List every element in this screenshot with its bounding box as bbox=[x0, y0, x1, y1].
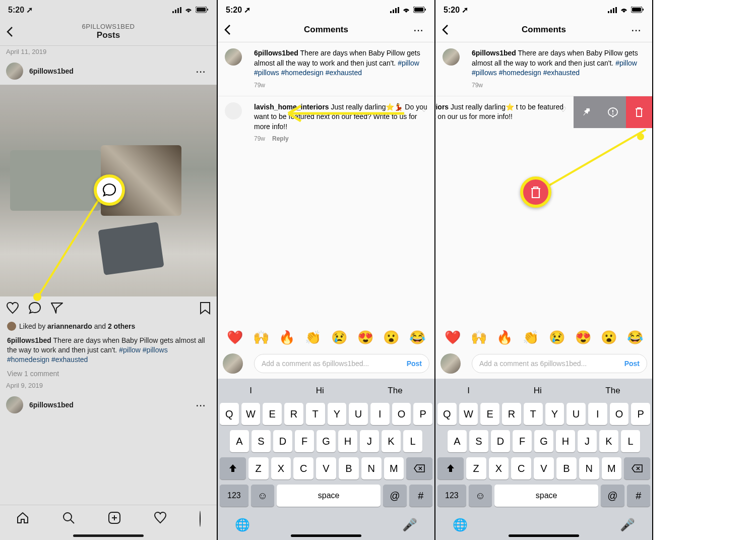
comment-icon[interactable] bbox=[28, 302, 41, 315]
svg-rect-22 bbox=[615, 7, 617, 13]
avatar[interactable] bbox=[225, 48, 242, 66]
globe-icon[interactable]: 🌐 bbox=[235, 518, 250, 532]
header-title: Comments bbox=[239, 25, 413, 35]
svg-rect-14 bbox=[395, 8, 397, 13]
avatar[interactable] bbox=[443, 48, 460, 66]
avatar[interactable] bbox=[6, 396, 23, 413]
keyboard: QWERTYUIOP ASDFGHJKL ZXCVBNM 123 ☺ space… bbox=[435, 401, 652, 540]
svg-rect-3 bbox=[180, 7, 181, 13]
mic-icon[interactable]: 🎤 bbox=[620, 518, 635, 532]
num-key[interactable]: 123 bbox=[220, 485, 248, 507]
at-key[interactable]: @ bbox=[383, 485, 406, 507]
emoji[interactable]: 🔥 bbox=[279, 330, 295, 345]
home-icon[interactable] bbox=[16, 511, 29, 527]
kb-suggestions: IHiThe bbox=[435, 379, 652, 401]
shift-key[interactable] bbox=[220, 457, 246, 479]
header-subtitle: 6PILLOWS1BED bbox=[21, 23, 196, 30]
svg-rect-25 bbox=[643, 9, 644, 11]
more-icon[interactable]: ··· bbox=[196, 398, 211, 412]
keyboard: QWERTYUIOP ASDFGHJKL ZXCVBNM 123 ☺ space… bbox=[218, 401, 434, 540]
bookmark-icon[interactable] bbox=[200, 302, 211, 315]
more-icon[interactable]: ··· bbox=[631, 23, 646, 37]
report-button[interactable] bbox=[600, 96, 626, 128]
emoji[interactable]: 😂 bbox=[409, 330, 425, 345]
svg-rect-0 bbox=[172, 11, 174, 13]
svg-point-27 bbox=[612, 113, 613, 114]
action-row bbox=[0, 296, 217, 320]
callout-dot bbox=[637, 133, 644, 140]
post-header: 6pillows1bed ··· bbox=[0, 57, 217, 85]
like-comment-icon[interactable]: ♡ bbox=[560, 105, 566, 113]
comment-input-row: Add a comment as 6pillows1bed... Post bbox=[435, 350, 652, 379]
caption-block: 6pillows1bed There are days when Baby Pi… bbox=[435, 42, 652, 96]
shift-key[interactable] bbox=[437, 457, 464, 479]
comment-swiped[interactable]: nteriors Just really darling⭐ t to be fe… bbox=[435, 96, 652, 128]
reply-link[interactable]: Reply bbox=[272, 135, 289, 143]
emoji[interactable]: 😍 bbox=[357, 330, 373, 345]
input-avatar bbox=[223, 353, 243, 374]
key[interactable]: Q bbox=[220, 403, 239, 425]
status-bar: 5:20 ➚ bbox=[218, 0, 434, 18]
more-icon[interactable]: ··· bbox=[413, 23, 428, 37]
kb-suggestions: I Hi The bbox=[218, 379, 434, 401]
swipe-actions bbox=[574, 96, 652, 128]
emoji-key[interactable]: ☺ bbox=[469, 485, 492, 507]
username[interactable]: 6pillows1bed bbox=[29, 401, 196, 409]
posts-header: 6PILLOWS1BED Posts bbox=[0, 18, 217, 46]
screen-comments-swipe: 5:20 ➚ Comments ··· 6pillows1bed There a… bbox=[435, 0, 653, 540]
home-indicator[interactable] bbox=[509, 534, 579, 537]
likes-row[interactable]: Liked by ariannenardo and 2 others bbox=[0, 320, 217, 333]
username[interactable]: 6pillows1bed bbox=[29, 67, 196, 75]
callout-comment-icon bbox=[94, 174, 125, 206]
callout-delete-icon bbox=[520, 176, 551, 208]
input-avatar bbox=[440, 353, 461, 374]
svg-rect-18 bbox=[425, 9, 426, 11]
comment-input[interactable]: Add a comment as 6pillows1bed... Post bbox=[472, 354, 647, 373]
globe-icon[interactable]: 🌐 bbox=[453, 518, 468, 532]
header-title: Posts bbox=[21, 30, 196, 40]
mic-icon[interactable]: 🎤 bbox=[402, 518, 417, 532]
view-comments[interactable]: View 1 comment bbox=[0, 368, 217, 380]
emoji[interactable]: ❤️ bbox=[227, 330, 243, 345]
backspace-key[interactable] bbox=[406, 457, 432, 479]
emoji[interactable]: 🙌 bbox=[253, 330, 269, 345]
activity-icon[interactable] bbox=[154, 511, 167, 527]
comment-1[interactable]: lavish_home_interiors Just really darlin… bbox=[218, 96, 434, 150]
profile-icon[interactable] bbox=[200, 511, 201, 527]
avatar[interactable] bbox=[6, 63, 23, 80]
wifi-icon bbox=[184, 7, 193, 13]
pin-button[interactable] bbox=[574, 96, 600, 128]
comment-input[interactable]: Add a comment as 6pillows1bed... Post bbox=[254, 354, 429, 373]
backspace-key[interactable] bbox=[624, 457, 650, 479]
post-button[interactable]: Post bbox=[407, 359, 422, 368]
screen-comments: 5:20 ➚ Comments ··· 6pillows1bed There a… bbox=[218, 0, 435, 540]
emoji-row: ❤️ 🙌 🔥 👏 😢 😍 😮 😂 bbox=[218, 325, 434, 350]
share-icon[interactable] bbox=[50, 302, 64, 315]
home-indicator[interactable] bbox=[291, 534, 361, 537]
svg-rect-20 bbox=[610, 10, 612, 13]
emoji[interactable]: 👏 bbox=[305, 330, 321, 345]
back-icon[interactable] bbox=[6, 26, 21, 37]
add-icon[interactable] bbox=[108, 511, 121, 527]
comments-header: Comments ··· bbox=[435, 18, 652, 42]
emoji[interactable]: 😮 bbox=[383, 330, 399, 345]
emoji[interactable]: 😢 bbox=[331, 330, 347, 345]
svg-rect-6 bbox=[207, 9, 208, 11]
liker-avatar bbox=[7, 322, 16, 331]
back-icon[interactable] bbox=[442, 24, 457, 35]
like-icon[interactable] bbox=[6, 302, 19, 315]
home-indicator[interactable] bbox=[73, 534, 144, 537]
commenter-avatar[interactable] bbox=[225, 102, 242, 119]
back-icon[interactable] bbox=[224, 24, 239, 35]
like-comment-icon[interactable]: ♡ bbox=[421, 105, 427, 113]
post-button[interactable]: Post bbox=[624, 359, 640, 368]
hash-key[interactable]: # bbox=[409, 485, 432, 507]
search-icon[interactable] bbox=[62, 511, 75, 527]
emoji-key[interactable]: ☺ bbox=[251, 485, 274, 507]
more-icon[interactable]: ··· bbox=[196, 64, 211, 78]
svg-rect-13 bbox=[393, 10, 394, 13]
space-key[interactable]: space bbox=[277, 485, 381, 507]
svg-line-8 bbox=[71, 520, 74, 523]
delete-button[interactable] bbox=[626, 96, 652, 128]
emoji-row: ❤️🙌🔥👏😢😍😮😂 bbox=[435, 325, 652, 350]
